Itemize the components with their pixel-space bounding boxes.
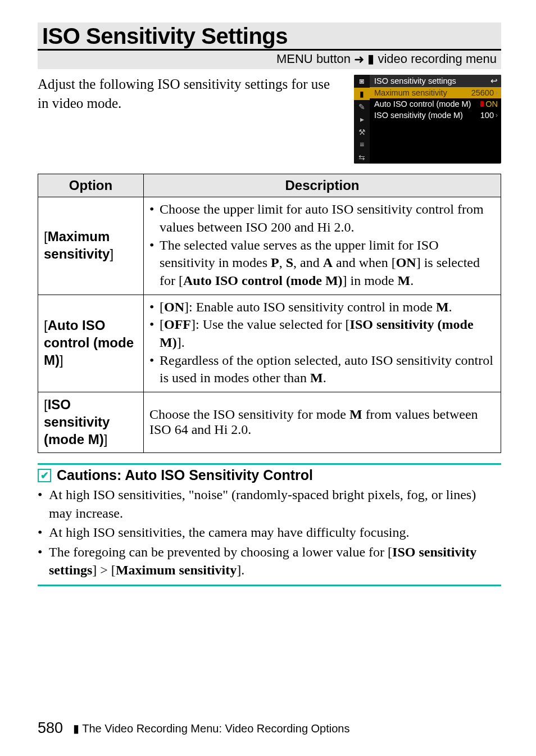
title-block: ISO Sensitivity Settings MENU button ➜ ▮… <box>38 22 501 69</box>
page-title: ISO Sensitivity Settings <box>38 22 501 51</box>
options-table: Option Description [Maximum sensitivity]… <box>38 174 501 453</box>
list-item: [OFF]: Use the value selected for [ISO s… <box>160 316 495 351</box>
page-footer: 580 ▮ The Video Recording Menu: Video Re… <box>38 719 501 737</box>
bracket: [ <box>44 318 48 333</box>
camera-menu-row-label: ISO sensitivity (mode M) <box>374 111 463 120</box>
list-item: Regardless of the option selected, auto … <box>160 352 495 387</box>
breadcrumb-dest: video recording menu <box>378 52 497 66</box>
button-word: button <box>316 52 351 66</box>
option-description: [ON]: Enable auto ISO sensitivity contro… <box>144 295 501 392</box>
option-name: [Auto ISO control (mode M)] <box>38 295 144 392</box>
camera-menu-row-label: Auto ISO control (mode M) <box>374 99 471 108</box>
list-item: At high ISO sensitivities, "noise" (rand… <box>49 486 501 522</box>
value-text: ON <box>485 99 498 108</box>
arrow-icon: ➜ <box>354 52 364 66</box>
bracket: ] <box>60 352 63 368</box>
side-icon: ◙ <box>354 75 370 88</box>
bracket: ] <box>110 246 113 261</box>
table-row: [Maximum sensitivity] Choose the upper l… <box>38 197 501 295</box>
list-item: The selected value serves as the upper l… <box>160 237 495 290</box>
page-number: 580 <box>38 719 63 737</box>
value-text: 100 <box>480 111 494 120</box>
bracket: ] <box>104 432 108 447</box>
table-row: [ISO sensitivity (mode M)] Choose the IS… <box>38 392 501 453</box>
option-description: Choose the ISO sensitivity for mode M fr… <box>144 392 501 453</box>
option-bold: Maximum sensitivity <box>44 229 110 261</box>
list-item: [ON]: Enable auto ISO sensitivity contro… <box>160 298 495 316</box>
option-bold: ISO sensitivity (mode M) <box>44 397 110 447</box>
table-row: [Auto ISO control (mode M)] [ON]: Enable… <box>38 295 501 392</box>
videocam-icon: ▮ <box>73 722 79 735</box>
side-icon: ▮ <box>354 88 370 101</box>
side-icon: ⚒ <box>354 126 370 139</box>
record-indicator-icon <box>480 101 484 107</box>
camera-menu-row-value: ON <box>480 99 498 108</box>
camera-menu-row: Maximum sensitivity 25600› <box>370 87 501 98</box>
return-icon: ↩ <box>490 76 498 86</box>
option-description: Choose the upper limit for auto ISO sens… <box>144 197 501 295</box>
bracket: [ <box>44 229 48 244</box>
videocam-icon: ▮ <box>367 52 374 66</box>
camera-menu-main: ISO sensitivity settings ↩ Maximum sensi… <box>370 75 501 164</box>
menu-label: MENU <box>276 52 313 66</box>
camera-menu-title: ISO sensitivity settings <box>374 76 456 85</box>
option-name: [Maximum sensitivity] <box>38 197 144 295</box>
camera-menu-row: ISO sensitivity (mode M) 100 › <box>370 110 501 121</box>
list-item: At high ISO sensitivities, the camera ma… <box>49 523 501 541</box>
camera-menu-row-value: 100 › <box>480 111 498 120</box>
chevron-right-icon: › <box>496 111 498 119</box>
intro-row: Adjust the following ISO sensitivity set… <box>38 75 501 164</box>
caution-block: ✔ Cautions: Auto ISO Sensitivity Control… <box>38 463 501 586</box>
caution-heading-text: Cautions: Auto ISO Sensitivity Control <box>57 467 313 483</box>
camera-menu-sidebar: ◙ ▮ ✎ ▸ ⚒ ≡ ⇆ <box>354 75 370 164</box>
side-icon: ▸ <box>354 113 370 126</box>
option-bold: Auto ISO control (mode M) <box>44 318 134 368</box>
camera-menu-row-value: 25600› <box>471 88 498 97</box>
table-header-option: Option <box>38 174 144 197</box>
side-icon: ⇆ <box>354 151 370 164</box>
table-header-description: Description <box>144 174 501 197</box>
breadcrumb: MENU button ➜ ▮ video recording menu <box>38 52 501 67</box>
side-icon: ≡ <box>354 138 370 151</box>
footer-section-title: The Video Recording Menu: Video Recordin… <box>82 722 349 735</box>
camera-menu-screenshot: ◙ ▮ ✎ ▸ ⚒ ≡ ⇆ ISO sensitivity settings ↩… <box>354 75 501 164</box>
intro-text: Adjust the following ISO sensitivity set… <box>38 75 344 164</box>
chevron-right-icon: › <box>496 89 498 97</box>
camera-menu-row-label: Maximum sensitivity <box>374 88 447 97</box>
camera-menu-row: Auto ISO control (mode M) ON <box>370 98 501 110</box>
side-icon: ✎ <box>354 100 370 113</box>
bracket: [ <box>44 397 48 412</box>
option-name: [ISO sensitivity (mode M)] <box>38 392 144 453</box>
caution-bottom-rule <box>38 585 501 586</box>
caution-heading: ✔ Cautions: Auto ISO Sensitivity Control <box>38 463 501 483</box>
list-item: The foregoing can be prevented by choosi… <box>49 543 501 580</box>
caution-check-icon: ✔ <box>38 469 51 482</box>
list-item: Choose the upper limit for auto ISO sens… <box>160 201 495 236</box>
value-text: 25600 <box>471 88 494 97</box>
caution-list: At high ISO sensitivities, "noise" (rand… <box>38 486 501 579</box>
camera-menu-title-row: ISO sensitivity settings ↩ <box>370 75 501 87</box>
